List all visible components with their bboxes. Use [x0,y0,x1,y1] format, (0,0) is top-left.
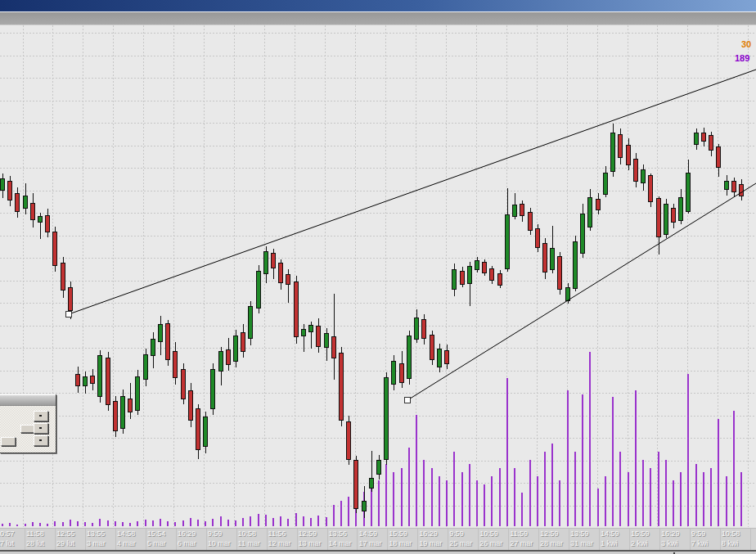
panel-spin-button-3[interactable] [34,435,48,446]
candle-down [196,408,200,449]
volume-bar [423,460,425,526]
volume-bar [514,468,515,526]
title-bar[interactable] [0,0,756,12]
x-axis-label: 11:5612 mar [267,529,298,552]
candle-down [498,273,502,285]
candle-up [574,241,578,288]
candle-down [740,184,744,196]
candle-up [581,214,585,253]
candle-down [61,263,65,290]
candle-up [468,266,472,283]
volume-bar [272,518,274,526]
trendline-handle[interactable] [405,398,411,403]
volume-bar [469,464,470,526]
volume-bar [416,415,417,526]
x-axis-label: 10:5727 lut [0,529,25,552]
candle-down [295,282,299,336]
volume-bar [431,468,433,526]
bottom-scroll-strip [0,550,756,554]
volume-bar [220,516,222,526]
volume-bar [385,464,387,526]
floating-tool-panel-titlebar[interactable] [0,394,56,406]
volume-bar [612,397,614,526]
volume-bar [197,520,199,526]
panel-spin-button-2[interactable] [34,423,48,434]
x-axis-label: 10:5811 mar [236,529,268,552]
volume-bar [529,460,531,526]
candle-down [461,271,465,284]
volume-bar [47,524,48,526]
candle-down [657,198,661,236]
volume-bar [295,513,297,526]
x-axis-date: 31 mar [570,539,593,547]
candle-up [264,251,268,273]
volume-bar [393,472,394,526]
candle-down [627,145,631,164]
x-axis-date: 17 mar [358,539,381,547]
volume-bar [310,518,312,526]
x-axis-label: 13:553 mar [85,529,116,552]
x-axis-label: 9:597 kwi [690,529,721,552]
candle-down [272,253,276,268]
dot-icon [39,439,42,441]
candle-down [182,369,186,399]
x-axis-label: 14:584 mar [115,529,146,552]
volume-bar [710,468,712,526]
volume-bar [9,523,11,526]
volume-bar [567,390,569,526]
volume-bar [242,518,244,526]
x-axis-date: 4 mar [117,539,136,547]
candle-down [483,262,487,272]
candle-down [173,351,178,377]
candle-down [717,146,721,167]
x-axis-date: 28 mar [540,539,563,547]
volume-bar [582,394,583,526]
volume-bar [628,472,629,526]
x-axis-time: 12:55 [56,529,75,538]
candle-up [302,329,306,336]
x-axis-label: 16:296 mar [176,529,207,552]
panel-spin-button-1[interactable] [34,411,48,421]
candle-down [732,181,736,191]
candle-up [551,248,555,269]
volume-bar [77,521,79,526]
dot-icon [39,415,42,417]
x-axis-time: 11:58 [26,529,44,538]
candle-up [452,269,457,289]
volume-bar [333,505,335,526]
panel-flat-button-2[interactable] [1,437,16,446]
volume-bar [317,516,319,526]
candle-down [596,199,601,209]
x-axis-label: 11:5927 mar [508,529,539,552]
volume-bar [673,480,674,526]
x-axis-label: 14:5917 mar [357,529,388,552]
candle-down [347,421,351,459]
candle-down [46,215,50,232]
volume-bar [32,522,34,526]
x-axis-time: 15:59 [631,529,650,538]
candle-up [362,501,367,511]
candle-up [257,271,261,308]
x-axis-time: 14:58 [117,529,136,538]
x-axis-date: 27 mar [510,539,533,547]
trendline-handle[interactable] [66,312,72,318]
candle-down [286,274,290,284]
candle-down [709,135,713,150]
volume-bar [160,519,161,526]
candle-down [490,268,494,280]
volume-bar [84,522,86,526]
volume-bar [25,524,26,526]
x-axis-date: 2 kwi [631,539,648,547]
x-axis-label: 9:5925 mar [448,529,479,552]
app-window: { "window": { "title_visible_text": "" }… [0,0,756,554]
volume-bar [559,480,560,526]
x-axis-label: 13:5931 mar [569,529,600,552]
candle-up [309,325,313,331]
candle-up [38,216,43,222]
candle-up [641,169,646,182]
candle-up [136,376,140,410]
x-axis-time: 16:29 [419,529,438,538]
x-axis: 10:5727 lut11:5828 lut12:5529 lut13:553 … [0,528,756,552]
volume-bar [115,521,116,526]
volume-bar [605,476,606,526]
